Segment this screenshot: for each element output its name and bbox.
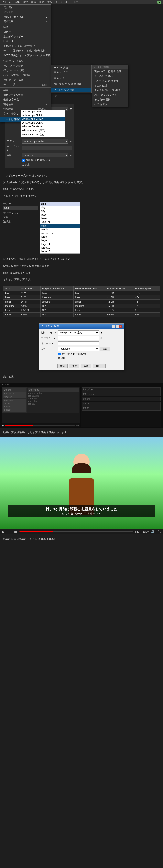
menu-multi-search[interactable]: 複数ファイル検索: [0, 93, 51, 97]
sim-progress[interactable]: [5, 425, 75, 426]
menu-koto[interactable]: KOTO 変換(テキスト 変換ツール/属性 変換): [0, 53, 51, 58]
model-select[interactable]: whisper.cpp Vulkan: [22, 139, 68, 144]
model-opt-large-x3[interactable]: large x3: [40, 250, 80, 253]
whisper-item-6[interactable]: AIDE の 行の テキスト: [92, 93, 128, 97]
model-label: モデル: [7, 140, 21, 143]
model-list-container: モデル small 主 オプション 言語 進捗量 small tiny tiny…: [3, 202, 160, 253]
whisper-item-2[interactable]: 以下の 行の 並べ: [92, 74, 128, 79]
model-opt-large[interactable]: large: [40, 235, 80, 239]
model-opt-base2[interactable]: base: [40, 217, 80, 220]
sim-play-icon[interactable]: ▶: [2, 425, 4, 427]
model-opt-tiny2[interactable]: tiny: [40, 209, 80, 213]
terminal-section: ospace 変換 設定 変換 エンジン 変換 設定 中 変換 中 変換 行の …: [0, 382, 163, 428]
menu-copy-format[interactable]: 別の形式でコピー: [0, 34, 51, 39]
prev-frame-button[interactable]: ⏮: [7, 530, 12, 533]
sound-output-input[interactable]: [58, 341, 99, 345]
sound-lang-select[interactable]: japanese: [58, 347, 99, 351]
minimize-button[interactable]: _: [112, 324, 115, 328]
model-opt-large-x2[interactable]: large x2: [40, 246, 80, 250]
model-opt-small[interactable]: small: [40, 224, 80, 228]
sound-lang-btn[interactable]: 試行: [100, 347, 110, 351]
menu-paste[interactable]: 貼り付け: [0, 39, 51, 44]
model-expand-icon[interactable]: ▼: [70, 140, 72, 143]
menu-prev[interactable]: 前を検索 F5: [0, 102, 51, 107]
menu-insert-text[interactable]: テキスト挿入 Enter: [0, 82, 51, 87]
menu-line-space3[interactable]: 行と スペース 設定: [0, 68, 51, 73]
menu-full-search[interactable]: 全体 文字検索: [0, 97, 51, 102]
lang-select[interactable]: japanese: [22, 153, 68, 157]
sound-engine-select[interactable]: Whisper-Faster(定め): [58, 330, 99, 335]
opt-vulkan[interactable]: whisper.cpp Vulkan: [21, 117, 65, 121]
menu-cut[interactable]: 切り取り F4: [0, 19, 51, 24]
model-selected-value[interactable]: small: [3, 206, 38, 210]
opt-faster[interactable]: Whisper-Faster(速め): [21, 128, 65, 132]
opt-const-me[interactable]: Whisper Const-me: [21, 125, 65, 128]
menu-view[interactable]: 表示: [31, 0, 36, 4]
whisper-item-5[interactable]: テキスト スペース 機能: [92, 88, 128, 93]
menu-subtitle[interactable]: 字幕: [0, 25, 51, 30]
submenu-whisper-log[interactable]: Whisper ログ: [51, 70, 91, 75]
engine-expand-icon[interactable]: ▼: [70, 107, 72, 111]
col-params: Parameters: [19, 286, 40, 291]
cell-vram: ~1 GB: [105, 296, 133, 300]
menu-line-space1[interactable]: 行末 スペース設定: [0, 59, 51, 63]
menu-format[interactable]: 整形/並び替え/修正 ▶: [0, 14, 51, 19]
menu-terminal[interactable]: ターミナル: [55, 0, 68, 4]
auto-convert-checkbox[interactable]: [22, 159, 25, 162]
whisper-item-7[interactable]: その 行の 選択: [92, 97, 128, 102]
close-button[interactable]: ×: [119, 324, 122, 328]
menu-halfwidth[interactable]: 半角/全角(テキスト/数字/記号): [0, 44, 51, 49]
model-opt-large-x1[interactable]: large x1: [40, 242, 80, 246]
sound-engine-arrow[interactable]: ▼: [100, 331, 103, 334]
opt-cpu[interactable]: whisper.cpp CPU: [21, 110, 65, 114]
sound-options-input[interactable]: [58, 336, 99, 340]
opt-cuda[interactable]: whisper.cpp CUDA: [21, 121, 65, 125]
submenu-sort-settings[interactable]: ソートの 設定 整理: [51, 88, 91, 92]
model-opt-tiny[interactable]: tiny: [40, 206, 80, 209]
maximize-button[interactable]: □: [116, 324, 119, 328]
menu-line-wrap[interactable]: 行の 折り返し設定: [0, 78, 51, 82]
menu-search[interactable]: 検索: [0, 88, 51, 93]
video-subtitle-ko: 뭐, 3개월 동안은 공연하는 거지: [11, 512, 152, 516]
progress-form-label: 進捗量: [3, 220, 38, 223]
convert-button[interactable]: 変換: [69, 364, 79, 368]
settings-button[interactable]: 設定: [81, 364, 91, 368]
video-progress-bar[interactable]: [19, 531, 133, 532]
cancel-button[interactable]: 取消し: [93, 364, 106, 368]
ok-button[interactable]: 確認: [57, 364, 68, 368]
sound-auto-checkbox[interactable]: [58, 353, 61, 355]
whisper-item-4[interactable]: まとめ 処理: [92, 83, 128, 88]
menu-select[interactable]: 選択: [23, 0, 28, 4]
play-button[interactable]: ▶: [2, 530, 5, 533]
menu-file[interactable]: ファイル: [2, 0, 11, 4]
opt-blas[interactable]: whisper.cpp BLAS: [21, 114, 65, 117]
whisper-item-3[interactable]: スペース の 行の 処理: [92, 79, 128, 83]
menu-line-head-tail[interactable]: 行頭・行末スペース設定: [0, 73, 51, 78]
model-opt-large2[interactable]: large: [40, 239, 80, 242]
final-desc: 動画に 変換が 動画に したら 変換 変換は 変換が されます。: [0, 429, 163, 436]
menu-text-select[interactable]: テキスト選択(テキスト/数字/記号 変換): [0, 49, 51, 53]
sound-progress-label: 進捗量: [58, 356, 122, 360]
whisper-item-8[interactable]: 行の 行選択...: [92, 102, 128, 107]
volume-icon[interactable]: 🔊: [150, 530, 155, 533]
whisper-item-1[interactable]: 現在の 行の 行 部分 整理: [92, 69, 128, 74]
model-opt-medium-en[interactable]: medium.en: [40, 231, 80, 235]
menu-help[interactable]: ヘルプ: [71, 0, 78, 4]
menu-line-space2[interactable]: 行末スペース設定: [0, 63, 51, 68]
submenu-translate-add[interactable]: 翻訳 文字 の 行 整理 追加: [51, 82, 91, 87]
menu-go[interactable]: 移動: [39, 0, 44, 4]
model-opt-small-en[interactable]: small.en: [40, 220, 80, 224]
menu-undo[interactable]: 元に戻す F2: [0, 5, 51, 10]
fullscreen-button[interactable]: ⛶: [157, 530, 161, 533]
col-size: Size: [3, 286, 19, 291]
options-input[interactable]: [22, 146, 72, 150]
next-frame-button[interactable]: ⏭: [13, 530, 18, 533]
opt-faster-def[interactable]: Whisper-Faster(定め): [21, 132, 65, 137]
menu-copy[interactable]: コピー: [0, 30, 51, 34]
model-opt-base[interactable]: base: [40, 213, 80, 217]
submenu-whisper-line[interactable]: Whisper 行: [51, 76, 91, 81]
menu-edit[interactable]: 編集: [15, 0, 19, 4]
model-opt-medium[interactable]: medium: [40, 228, 80, 231]
submenu-whisper-convert[interactable]: Whisper 変換: [51, 65, 91, 70]
menu-run[interactable]: 実行: [47, 0, 52, 4]
